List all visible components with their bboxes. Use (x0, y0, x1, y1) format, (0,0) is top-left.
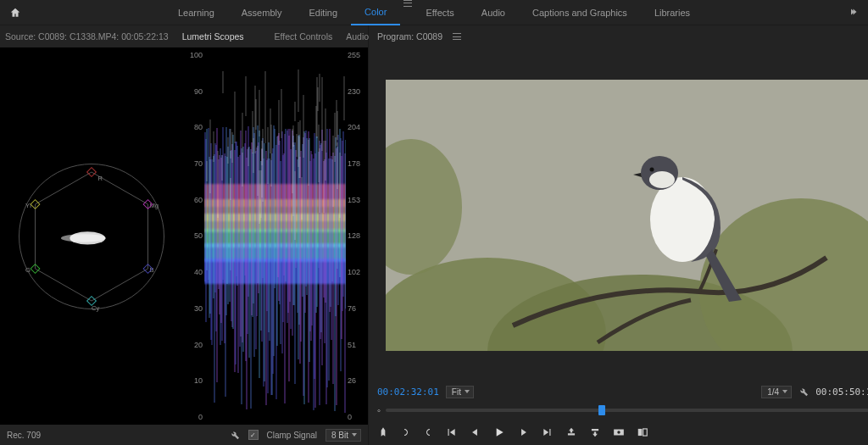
workspace-overflow-button[interactable] (837, 7, 868, 19)
playback-resolution-dropdown[interactable]: 1/4 (761, 386, 792, 398)
bit-depth-dropdown[interactable]: 8 Bit (326, 429, 361, 442)
step-back-button[interactable] (469, 426, 481, 438)
workspace-tabs: LearningAssemblyEditingColorEffectsAudio… (31, 0, 837, 25)
svg-point-24 (650, 167, 654, 171)
program-scrubber[interactable] (386, 409, 868, 412)
comparison-view-button[interactable] (637, 426, 648, 438)
clamp-signal-label: Clamp Signal (267, 431, 317, 440)
workspace-tab-audio[interactable]: Audio (468, 0, 519, 25)
export-frame-button[interactable] (613, 426, 625, 438)
source-clip-label: Source: C0089: C1338.MP4: 00:05:22:13 (5, 31, 169, 42)
program-title: Program: C0089 (377, 31, 442, 42)
tab-effect-controls[interactable]: Effect Controls (275, 31, 333, 42)
mark-out-button[interactable] (423, 426, 433, 438)
waveform-scope: 1009080706050403020100 25523020417815312… (182, 47, 368, 425)
workspace-tab-learning[interactable]: Learning (164, 0, 228, 25)
playhead-icon[interactable] (598, 405, 605, 415)
program-panel-menu-icon[interactable] (453, 33, 461, 40)
add-marker-button[interactable] (377, 426, 389, 438)
play-button[interactable] (492, 426, 506, 439)
workspace-tab-libraries[interactable]: Libraries (641, 0, 704, 25)
workspace-tab-color[interactable]: Color (351, 0, 400, 25)
colorspace-label: Rec. 709 (7, 431, 41, 440)
svg-rect-26 (638, 429, 643, 436)
settings-wrench-icon[interactable] (798, 387, 809, 397)
svg-text:Yl: Yl (25, 201, 31, 209)
extract-button[interactable] (589, 426, 601, 438)
svg-text:G: G (25, 265, 31, 273)
current-timecode[interactable]: 00:02:32:01 (377, 387, 439, 398)
svg-rect-27 (643, 429, 648, 436)
vectorscope: R Mg B Cy G Yl (0, 47, 182, 425)
wrench-icon[interactable] (230, 430, 240, 440)
svg-point-15 (60, 234, 105, 242)
workspace-tab-editing[interactable]: Editing (295, 0, 351, 25)
zoom-fit-dropdown[interactable]: Fit (446, 386, 474, 398)
program-video-frame (386, 80, 868, 351)
clamp-signal-checkbox[interactable]: ✓ (248, 430, 259, 440)
step-forward-button[interactable] (518, 426, 530, 438)
go-to-out-button[interactable] (542, 426, 554, 438)
mark-in-button[interactable] (401, 426, 411, 438)
workspace-tab-effects[interactable]: Effects (412, 0, 467, 25)
home-button[interactable] (0, 0, 31, 25)
timeline-zoom-start-icon[interactable]: ◦ (377, 405, 381, 415)
go-to-in-button[interactable] (445, 426, 457, 438)
svg-text:Cy: Cy (92, 304, 99, 312)
workspace-menu-icon[interactable] (403, 0, 412, 7)
svg-point-23 (649, 171, 675, 188)
tab-lumetri-scopes[interactable]: Lumetri Scopes (182, 31, 244, 42)
duration-timecode: 00:05:50:12 (815, 387, 868, 398)
workspace-tab-captions-and-graphics[interactable]: Captions and Graphics (519, 0, 641, 25)
svg-point-25 (617, 431, 620, 434)
svg-text:R: R (97, 174, 103, 181)
lift-button[interactable] (565, 426, 577, 438)
workspace-tab-assembly[interactable]: Assembly (228, 0, 296, 25)
